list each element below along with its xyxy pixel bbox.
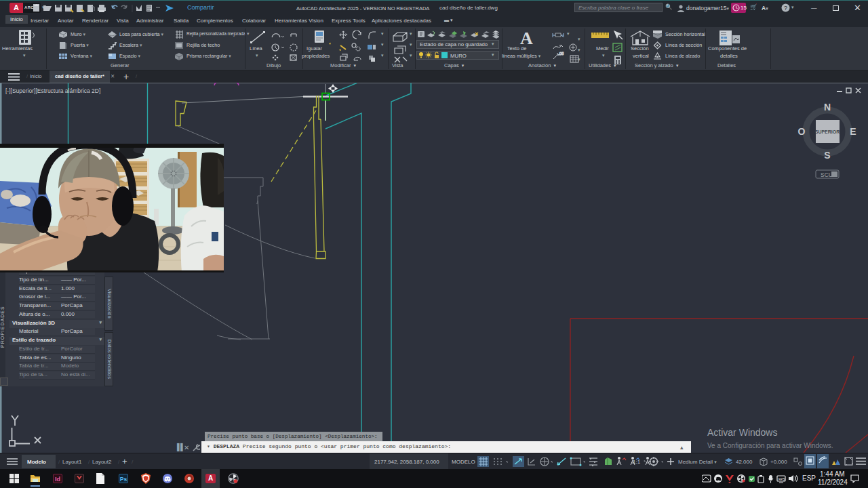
svg-text:E: E bbox=[850, 126, 856, 137]
svg-text:SCU: SCU bbox=[821, 171, 833, 178]
svg-text:1:1: 1:1 bbox=[633, 459, 641, 465]
svg-text:S: S bbox=[824, 150, 830, 161]
svg-text:SUPERIOR: SUPERIOR bbox=[815, 129, 840, 134]
svg-text:Activar Windows: Activar Windows bbox=[707, 427, 777, 438]
svg-text:[-][Superior][Estructura alámb: [-][Superior][Estructura alámbrica 2D] bbox=[5, 87, 100, 94]
svg-text:O: O bbox=[798, 126, 806, 137]
svg-text:?: ? bbox=[784, 5, 787, 12]
svg-text:.05: .05 bbox=[558, 52, 564, 56]
svg-text:N: N bbox=[824, 102, 831, 113]
svg-text:Ve a Configuración para activa: Ve a Configuración para activar Windows. bbox=[707, 442, 833, 449]
svg-text:FPS: FPS bbox=[778, 477, 785, 481]
